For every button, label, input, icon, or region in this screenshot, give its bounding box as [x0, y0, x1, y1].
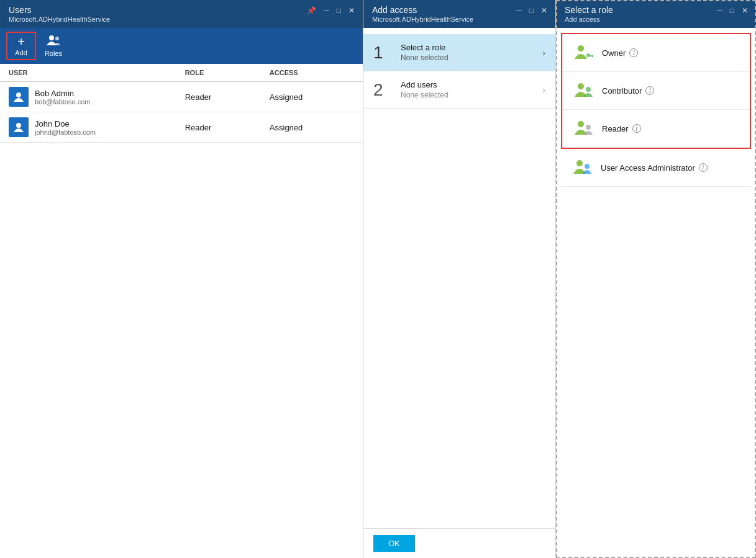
svg-point-9: [586, 87, 591, 92]
user-info-bob: Bob Admin bob@fabtoso.com: [35, 89, 90, 106]
user-cell-bob: Bob Admin bob@fabtoso.com: [9, 87, 185, 107]
select-role-panel-title: Select a role: [565, 5, 613, 15]
svg-point-2: [16, 92, 21, 97]
avatar-bob: [9, 87, 29, 107]
svg-point-4: [578, 45, 584, 52]
user-name-john: John Doe: [35, 119, 96, 128]
reader-role-name: Reader: [602, 124, 629, 133]
contributor-info-icon[interactable]: i: [645, 86, 654, 95]
owner-icon: [572, 42, 594, 64]
access-cell-john: Assigned: [270, 123, 354, 132]
role-item-user-access-admin[interactable]: User Access Administrator i: [561, 149, 751, 187]
role-item-reader[interactable]: Reader i: [562, 110, 750, 148]
user-email-john: johnd@fabtoso.com: [35, 128, 96, 136]
svg-point-0: [49, 35, 54, 40]
roles-label: Roles: [45, 50, 62, 57]
svg-point-10: [578, 121, 584, 127]
avatar-john: [9, 117, 29, 137]
users-panel-title: Users: [9, 5, 110, 15]
contributor-role-name: Contributor: [602, 86, 642, 96]
roles-highlight-box: Owner i Contributor i: [561, 33, 751, 149]
add-access-panel-subtitle: Microsoft.ADHybridHealthService: [372, 16, 473, 23]
users-panel-subtitle: Microsoft.ADHybridHealthService: [9, 16, 110, 23]
svg-rect-7: [592, 55, 593, 57]
ok-button[interactable]: OK: [373, 535, 415, 552]
user-access-admin-icon: [571, 156, 593, 179]
users-table-container: USER ROLE ACCESS Bob Admin bob@fabtoso.c…: [0, 64, 363, 558]
step-chevron-2: ›: [542, 85, 545, 95]
svg-point-8: [578, 83, 584, 89]
step-add-users[interactable]: 2 Add users None selected ›: [363, 71, 555, 109]
table-header: USER ROLE ACCESS: [0, 64, 363, 82]
reader-icon: [572, 117, 594, 140]
step-title-2: Add users: [401, 80, 542, 89]
step-number-2: 2: [373, 80, 396, 100]
col-header-user: USER: [9, 69, 185, 76]
table-row[interactable]: Bob Admin bob@fabtoso.com Reader Assigne…: [0, 82, 363, 112]
step-content-2: Add users None selected: [401, 80, 542, 99]
users-minimize-btn[interactable]: ─: [322, 6, 331, 15]
svg-point-3: [16, 123, 21, 128]
owner-info-icon[interactable]: i: [629, 48, 638, 57]
col-header-role: ROLE: [185, 69, 270, 76]
step-number-1: 1: [373, 43, 396, 63]
svg-point-1: [55, 37, 59, 40]
select-role-minimize-btn[interactable]: ─: [715, 6, 724, 15]
add-access-minimize-btn[interactable]: ─: [514, 6, 524, 15]
svg-point-13: [585, 164, 590, 169]
owner-role-name: Owner: [602, 48, 626, 58]
select-role-window-controls: ─ □ ✕: [715, 6, 750, 15]
add-label: Add: [15, 49, 27, 56]
users-pin-btn[interactable]: 📌: [305, 6, 318, 15]
users-toolbar: + Add Roles: [0, 28, 363, 64]
roles-icon: [47, 34, 60, 48]
svg-point-12: [576, 160, 583, 166]
users-panel: Users Microsoft.ADHybridHealthService 📌 …: [0, 0, 363, 558]
select-role-close-btn[interactable]: ✕: [740, 6, 750, 15]
users-close-btn[interactable]: ✕: [347, 6, 357, 15]
select-role-panel-subtitle: Add access: [565, 16, 613, 23]
add-access-footer: OK: [363, 528, 555, 558]
users-maximize-btn[interactable]: □: [335, 6, 343, 15]
user-info-john: John Doe johnd@fabtoso.com: [35, 119, 96, 136]
add-access-title-bar: Add access Microsoft.ADHybridHealthServi…: [363, 0, 555, 28]
role-cell-john: Reader: [185, 123, 270, 132]
add-access-close-btn[interactable]: ✕: [539, 6, 549, 15]
users-window-controls: 📌 ─ □ ✕: [305, 6, 357, 15]
contributor-icon: [572, 79, 594, 102]
add-access-window-controls: ─ □ ✕: [514, 6, 549, 15]
select-role-maximize-btn[interactable]: □: [728, 6, 736, 15]
user-access-admin-role-name: User Access Administrator: [601, 163, 695, 173]
roles-button[interactable]: Roles: [39, 32, 68, 60]
step-subtitle-1: None selected: [401, 53, 542, 62]
svg-point-11: [586, 125, 591, 130]
reader-info-icon[interactable]: i: [632, 124, 641, 133]
step-chevron-1: ›: [542, 48, 545, 58]
select-role-title-bar: Select a role Add access ─ □ ✕: [556, 0, 756, 28]
user-access-admin-info-icon[interactable]: i: [699, 163, 708, 172]
add-icon: +: [17, 35, 25, 48]
user-email-bob: bob@fabtoso.com: [35, 98, 90, 106]
step-select-role[interactable]: 1 Select a role None selected ›: [363, 34, 555, 71]
add-access-maximize-btn[interactable]: □: [527, 6, 535, 15]
step-subtitle-2: None selected: [401, 91, 542, 99]
add-access-steps: 1 Select a role None selected › 2 Add us…: [363, 28, 555, 284]
add-access-panel: Add access Microsoft.ADHybridHealthServi…: [363, 0, 556, 558]
table-row[interactable]: John Doe johnd@fabtoso.com Reader Assign…: [0, 112, 363, 143]
step-title-1: Select a role: [401, 43, 542, 52]
roles-list: Owner i Contributor i: [556, 28, 756, 558]
add-button[interactable]: + Add: [6, 32, 36, 60]
access-cell-bob: Assigned: [270, 92, 354, 102]
step-content-1: Select a role None selected: [401, 43, 542, 62]
users-title-bar: Users Microsoft.ADHybridHealthService 📌 …: [0, 0, 363, 28]
add-access-panel-title: Add access: [372, 5, 473, 15]
col-header-access: ACCESS: [270, 69, 354, 76]
role-item-contributor[interactable]: Contributor i: [562, 72, 750, 110]
select-role-panel: Select a role Add access ─ □ ✕: [556, 0, 756, 558]
role-cell-bob: Reader: [185, 92, 270, 102]
role-item-owner[interactable]: Owner i: [562, 34, 750, 72]
user-cell-john: John Doe johnd@fabtoso.com: [9, 117, 185, 137]
user-name-bob: Bob Admin: [35, 89, 90, 98]
